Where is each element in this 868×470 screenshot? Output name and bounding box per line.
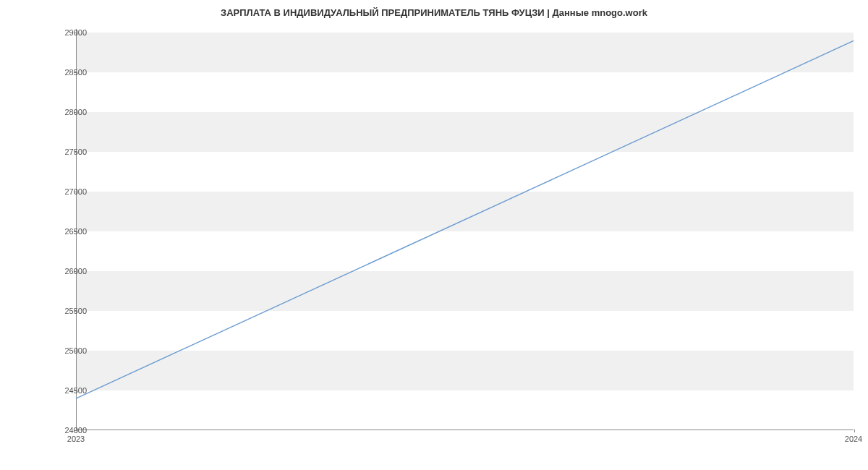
y-tick-label: 27500: [51, 148, 87, 156]
y-tick-label: 26000: [51, 267, 87, 275]
x-tick-label: 2024: [845, 435, 862, 443]
y-tick-label: 29000: [51, 28, 87, 37]
chart-title: ЗАРПЛАТА В ИНДИВИДУАЛЬНЫЙ ПРЕДПРИНИМАТЕЛ…: [0, 0, 868, 18]
y-tick-label: 24500: [51, 386, 87, 395]
y-tick-label: 25500: [51, 307, 87, 315]
y-tick-label: 24000: [51, 426, 87, 435]
y-tick-label: 28000: [51, 108, 87, 116]
x-tick-label: 2023: [67, 435, 85, 443]
y-tick-label: 27000: [51, 187, 87, 196]
y-tick-label: 26500: [51, 227, 87, 236]
y-tick-label: 28500: [51, 68, 87, 77]
chart-plot-area: [76, 29, 854, 430]
x-tick-mark: [854, 430, 855, 432]
data-line: [76, 40, 854, 398]
y-tick-label: 25000: [51, 346, 87, 355]
